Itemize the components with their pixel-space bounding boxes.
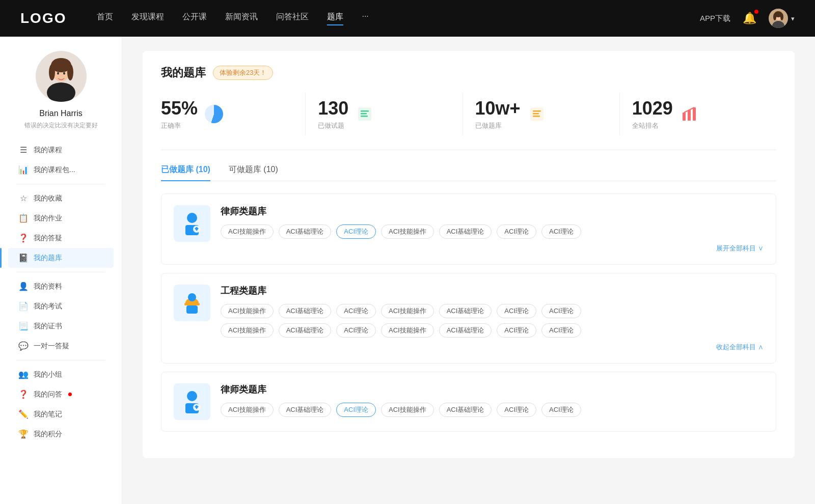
tag-2-2[interactable]: ACI基础理论 (279, 304, 332, 318)
svg-point-13 (63, 72, 65, 75)
nav-more[interactable]: ··· (362, 12, 368, 25)
svg-rect-21 (533, 116, 540, 117)
tag-2-14[interactable]: ACI理论 (541, 323, 581, 338)
tag-2-3[interactable]: ACI理论 (336, 304, 376, 318)
stat-done-banks-icon (527, 104, 547, 124)
svg-rect-16 (361, 113, 367, 115)
sidebar-item-my-qbank[interactable]: 📓 我的题库 (8, 248, 114, 268)
lawyer-icon-box-1 (174, 205, 210, 242)
sidebar-label-my-points: 我的积分 (34, 430, 62, 439)
tag-2-5[interactable]: ACI基础理论 (439, 304, 492, 318)
content-inner: 我的题库 体验剩余23天！ 55% 正确率 (143, 51, 795, 458)
tag-2-12[interactable]: ACI基础理论 (439, 323, 492, 338)
tag-2-13[interactable]: ACI理论 (497, 323, 536, 338)
questions-badge (68, 393, 72, 396)
tag-1-2[interactable]: ACI基础理论 (279, 225, 332, 239)
sidebar-label-my-cert: 我的证书 (34, 322, 62, 331)
sidebar-label-my-profile: 我的资料 (34, 282, 62, 291)
sidebar-label-my-qbank: 我的题库 (34, 254, 62, 263)
tags-row-1: ACI技能操作 ACI基础理论 ACI理论 ACI技能操作 ACI基础理论 AC… (221, 225, 764, 239)
sidebar-divider-1 (16, 184, 105, 184)
one-on-one-icon: 💬 (18, 341, 29, 351)
tab-todo[interactable]: 可做题库 (10) (229, 164, 278, 181)
tag-2-7[interactable]: ACI理论 (541, 304, 581, 318)
sidebar-item-my-qa[interactable]: ❓ 我的答疑 (8, 228, 114, 248)
cert-icon: 📃 (18, 321, 29, 331)
svg-point-28 (196, 227, 198, 229)
qbank-icon: 📓 (18, 253, 29, 263)
stat-accuracy-icon (204, 104, 224, 124)
sidebar-item-my-exam[interactable]: 📄 我的考试 (8, 296, 114, 316)
stats-row: 55% 正确率 130 已做试题 (161, 93, 776, 150)
nav-open-course[interactable]: 公开课 (182, 12, 207, 25)
svg-point-25 (187, 213, 197, 223)
tag-2-4[interactable]: ACI技能操作 (381, 304, 434, 318)
stat-accuracy-value: 55% (161, 98, 198, 119)
sidebar-item-my-cert[interactable]: 📃 我的证书 (8, 316, 114, 336)
svg-point-35 (196, 405, 198, 407)
sidebar-label-one-on-one: 一对一答疑 (34, 342, 69, 351)
tag-3-7[interactable]: ACI理论 (541, 403, 581, 417)
tag-1-5[interactable]: ACI基础理论 (439, 225, 492, 239)
tag-2-6[interactable]: ACI理论 (497, 304, 536, 318)
tag-2-8[interactable]: ACI技能操作 (221, 323, 274, 338)
nav-discover[interactable]: 发现课程 (131, 12, 164, 25)
tag-1-7[interactable]: ACI理论 (541, 225, 581, 239)
nav-qa[interactable]: 问答社区 (276, 12, 309, 25)
sidebar-item-my-packages[interactable]: 📊 我的课程包... (8, 160, 114, 180)
expand-link-1[interactable]: 展开全部科目 ∨ (221, 244, 764, 253)
bell-button[interactable]: 🔔 (743, 12, 756, 25)
sidebar-item-my-homework[interactable]: 📋 我的作业 (8, 208, 114, 228)
stat-rank-value: 1029 (632, 98, 673, 119)
tab-done[interactable]: 已做题库 (10) (161, 164, 210, 181)
tag-3-3[interactable]: ACI理论 (336, 403, 376, 417)
packages-icon: 📊 (18, 165, 29, 175)
qbank-card-1: 律师类题库 ACI技能操作 ACI基础理论 ACI理论 ACI技能操作 ACI基… (161, 193, 776, 265)
tag-3-4[interactable]: ACI技能操作 (381, 403, 434, 417)
tag-2-9[interactable]: ACI基础理论 (279, 323, 332, 338)
tag-3-1[interactable]: ACI技能操作 (221, 403, 274, 417)
nav-home[interactable]: 首页 (97, 12, 113, 25)
nav-qbank[interactable]: 题库 (327, 12, 343, 25)
collapse-link-2[interactable]: 收起全部科目 ∧ (221, 343, 764, 352)
sidebar-item-my-group[interactable]: 👥 我的小组 (8, 365, 114, 384)
sidebar-item-my-profile[interactable]: 👤 我的资料 (8, 276, 114, 296)
tag-3-5[interactable]: ACI基础理论 (439, 403, 492, 417)
tag-1-6[interactable]: ACI理论 (497, 225, 536, 239)
tag-1-3[interactable]: ACI理论 (336, 225, 376, 239)
sidebar-item-my-notes[interactable]: ✏️ 我的笔记 (8, 404, 114, 424)
stat-rank-label: 全站排名 (632, 121, 673, 130)
tags-row-2a: ACI技能操作 ACI基础理论 ACI理论 ACI技能操作 ACI基础理论 AC… (221, 304, 764, 318)
qa-icon: ❓ (18, 233, 29, 243)
tag-2-10[interactable]: ACI理论 (336, 323, 376, 338)
qbank-title-2: 工程类题库 (221, 285, 764, 297)
sidebar-item-my-favorites[interactable]: ☆ 我的收藏 (8, 188, 114, 208)
logo: LOGO (20, 10, 66, 26)
avatar (769, 9, 788, 28)
tag-2-1[interactable]: ACI技能操作 (221, 304, 274, 318)
tag-3-6[interactable]: ACI理论 (497, 403, 536, 417)
sidebar-item-my-questions[interactable]: ❓ 我的问答 (8, 384, 114, 404)
qbank-card-1-header: 律师类题库 ACI技能操作 ACI基础理论 ACI理论 ACI技能操作 ACI基… (174, 205, 764, 253)
engineer-icon-box (174, 285, 210, 321)
svg-point-12 (57, 72, 59, 75)
user-avatar-area[interactable]: ▾ (769, 9, 795, 28)
homework-icon: 📋 (18, 213, 29, 223)
sidebar-label-my-homework: 我的作业 (34, 214, 62, 223)
tag-1-4[interactable]: ACI技能操作 (381, 225, 434, 239)
sidebar-item-one-on-one[interactable]: 💬 一对一答疑 (8, 336, 114, 356)
tag-3-2[interactable]: ACI基础理论 (279, 403, 332, 417)
qbank-card-2: 工程类题库 ACI技能操作 ACI基础理论 ACI理论 ACI技能操作 ACI基… (161, 273, 776, 363)
qbank-card-3-header: 律师类题库 ACI技能操作 ACI基础理论 ACI理论 ACI技能操作 ACI基… (174, 383, 764, 420)
stat-rank-icon (679, 104, 699, 124)
app-download-link[interactable]: APP下载 (700, 14, 730, 23)
nav-news[interactable]: 新闻资讯 (225, 12, 258, 25)
exam-icon: 📄 (18, 301, 29, 311)
sidebar-item-my-points[interactable]: 🏆 我的积分 (8, 424, 114, 444)
main-content: 我的题库 体验剩余23天！ 55% 正确率 (122, 37, 815, 504)
tag-1-1[interactable]: ACI技能操作 (221, 225, 274, 239)
sidebar-label-my-packages: 我的课程包... (34, 165, 75, 175)
tag-2-11[interactable]: ACI技能操作 (381, 323, 434, 338)
sidebar-item-my-courses[interactable]: ☰ 我的课程 (8, 140, 114, 160)
profile-avatar (36, 51, 87, 102)
